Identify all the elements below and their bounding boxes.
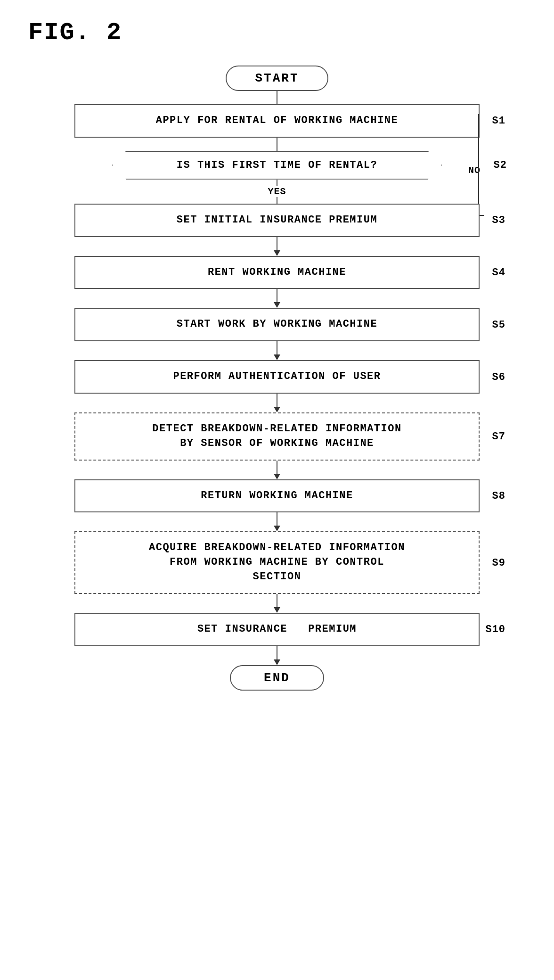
- step-s7-wrapper: DETECT BREAKDOWN-RELATED INFORMATIONBY S…: [74, 412, 480, 461]
- connector-3: [274, 237, 280, 256]
- step-s9-box: ACQUIRE BREAKDOWN-RELATED INFORMATIONFRO…: [74, 531, 480, 593]
- step-s9-wrapper: ACQUIRE BREAKDOWN-RELATED INFORMATIONFRO…: [74, 531, 480, 593]
- start-terminal: START: [226, 66, 328, 91]
- step-s6-label: S6: [492, 371, 505, 383]
- figure-title: FIG. 2: [28, 19, 526, 47]
- step-s2-box: IS THIS FIRST TIME OF RENTAL?: [112, 151, 442, 180]
- connector-10: [274, 646, 280, 665]
- step-s2-row: IS THIS FIRST TIME OF RENTAL? S2 NO: [74, 151, 480, 180]
- step-s3-wrapper: SET INITIAL INSURANCE PREMIUM S3: [74, 204, 480, 237]
- step-s5-box: START WORK BY WORKING MACHINE: [74, 308, 480, 341]
- step-s2-section: IS THIS FIRST TIME OF RENTAL? S2 NO YES: [74, 151, 480, 204]
- step-s7-box: DETECT BREAKDOWN-RELATED INFORMATIONBY S…: [74, 412, 480, 461]
- step-s10-label: S10: [485, 624, 505, 635]
- step-s1-wrapper: APPLY FOR RENTAL OF WORKING MACHINE S1: [74, 104, 480, 138]
- no-branch: NO: [468, 165, 481, 176]
- step-s3-label: S3: [492, 214, 505, 226]
- no-label: NO: [468, 165, 481, 176]
- end-terminal: END: [230, 665, 324, 691]
- step-s6-wrapper: PERFORM AUTHENTICATION OF USER S6: [74, 360, 480, 394]
- step-s4-box: RENT WORKING MACHINE: [74, 256, 480, 289]
- step-s1-label: S1: [492, 115, 505, 127]
- step-s8-wrapper: RETURN WORKING MACHINE S8: [74, 479, 480, 513]
- connector-4: [274, 289, 280, 308]
- step-s7-label: S7: [492, 430, 505, 442]
- connector-1: [277, 91, 277, 104]
- connector-9: [274, 594, 280, 613]
- connector-5: [274, 341, 280, 360]
- yes-branch: YES: [268, 180, 286, 204]
- yes-label: YES: [268, 186, 286, 197]
- connector-yes-top: [277, 180, 277, 186]
- connector-8: [274, 512, 280, 531]
- step-s5-label: S5: [492, 319, 505, 330]
- connector-6: [274, 394, 280, 412]
- step-s6-box: PERFORM AUTHENTICATION OF USER: [74, 360, 480, 394]
- step-s4-label: S4: [492, 266, 505, 278]
- step-s3-box: SET INITIAL INSURANCE PREMIUM: [74, 204, 480, 237]
- step-s10-box: SET INSURANCE PREMIUM: [74, 613, 480, 646]
- connector-2: [277, 138, 277, 151]
- connector-7: [274, 461, 280, 479]
- step-s8-label: S8: [492, 490, 505, 502]
- connector-yes-bottom: [277, 197, 277, 204]
- step-s2-label: S2: [494, 159, 507, 171]
- flowchart: START APPLY FOR RENTAL OF WORKING MACHIN…: [28, 61, 526, 691]
- step-s1-box: APPLY FOR RENTAL OF WORKING MACHINE: [74, 104, 480, 138]
- step-s8-box: RETURN WORKING MACHINE: [74, 479, 480, 513]
- step-s9-label: S9: [492, 557, 505, 568]
- step-s10-wrapper: SET INSURANCE PREMIUM S10: [74, 613, 480, 646]
- step-s4-wrapper: RENT WORKING MACHINE S4: [74, 256, 480, 289]
- step-s5-wrapper: START WORK BY WORKING MACHINE S5: [74, 308, 480, 341]
